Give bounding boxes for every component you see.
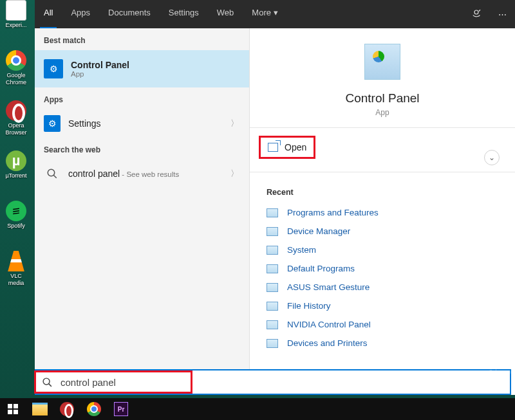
recent-item[interactable]: Devices and Printers (267, 334, 505, 352)
result-title: control panel (68, 169, 120, 179)
result-settings[interactable]: Settings 〉 (35, 109, 249, 138)
search-box[interactable] (35, 369, 511, 395)
result-preview: Control Panel App Open ⌄ Recent Programs… (250, 28, 515, 395)
panel-item-icon (267, 208, 278, 217)
svg-point-1 (48, 169, 55, 176)
recent-item[interactable]: Device Manager (267, 222, 505, 241)
panel-item-icon (267, 264, 278, 273)
svg-line-4 (48, 383, 51, 386)
chevron-down-icon: ▾ (274, 8, 278, 17)
desktop-icon-utorrent[interactable]: µTorrent (3, 151, 30, 188)
result-title: Control Panel (71, 60, 240, 70)
recent-header: Recent (267, 184, 505, 203)
recent-item[interactable]: NVIDIA Control Panel (267, 315, 505, 334)
recent-item[interactable]: System (267, 241, 505, 259)
tab-all[interactable]: All (35, 0, 62, 28)
taskbar-premiere[interactable]: Pr (112, 400, 130, 418)
start-button[interactable] (4, 400, 22, 418)
open-icon (268, 143, 278, 152)
search-icon (36, 377, 58, 388)
opera-icon (60, 402, 74, 416)
premiere-icon: Pr (114, 402, 128, 416)
taskbar: Pr (0, 398, 515, 420)
search-scope-tabs: All Apps Documents Settings Web More ▾ ⋯ (35, 0, 515, 28)
result-title: Settings (68, 118, 228, 129)
desktop-icon-vlc[interactable]: VLC media player (3, 251, 30, 288)
feedback-icon[interactable] (464, 0, 489, 28)
recent-item[interactable]: ASUS Smart Gesture (267, 278, 505, 297)
more-options-icon[interactable]: ⋯ (489, 0, 515, 28)
desktop-icon-spotify[interactable]: Spotify (3, 201, 30, 238)
panel-item-icon (267, 246, 278, 255)
best-match-header: Best match (35, 28, 249, 50)
preview-subtitle: App (250, 108, 515, 117)
results-list: Best match Control Panel App Apps Settin… (35, 28, 250, 395)
preview-title: Control Panel (250, 91, 515, 105)
taskbar-opera[interactable] (58, 400, 76, 418)
open-button[interactable]: Open (260, 137, 314, 158)
file-explorer-icon (32, 403, 48, 415)
recent-item[interactable]: Default Programs (267, 259, 505, 278)
control-panel-icon (364, 44, 400, 80)
search-input[interactable] (58, 372, 191, 392)
svg-line-2 (53, 175, 57, 178)
desktop-icon-chrome[interactable]: Google Chrome (3, 50, 30, 87)
tab-settings[interactable]: Settings (160, 0, 208, 28)
panel-item-icon (267, 339, 278, 348)
tab-apps[interactable]: Apps (62, 0, 99, 28)
svg-rect-5 (8, 404, 12, 408)
search-panel: Best match Control Panel App Apps Settin… (35, 28, 515, 395)
panel-item-icon (267, 227, 278, 236)
desktop-icons: Experi... Google Chrome Opera Browser µT… (3, 0, 33, 288)
watermark: w3zh.com (485, 369, 511, 375)
tab-web[interactable]: Web (208, 0, 243, 28)
result-best-control-panel[interactable]: Control Panel App (35, 50, 249, 87)
gear-icon (44, 115, 61, 132)
recent-item[interactable]: File History (267, 297, 505, 315)
taskbar-chrome[interactable] (85, 400, 103, 418)
svg-rect-6 (14, 404, 18, 408)
divider (250, 172, 515, 172)
recent-item[interactable]: Programs and Features (267, 203, 505, 222)
svg-rect-7 (8, 410, 12, 414)
panel-item-icon (267, 283, 278, 292)
control-panel-icon (44, 59, 63, 78)
taskbar-explorer[interactable] (31, 400, 49, 418)
result-subtitle: App (71, 70, 240, 78)
chevron-right-icon: 〉 (228, 118, 241, 129)
result-subtitle: - See web results (120, 170, 179, 178)
svg-point-3 (43, 378, 50, 385)
panel-item-icon (267, 320, 278, 329)
search-web-header: Search the web (35, 138, 249, 160)
desktop-icon-experiment[interactable]: Experi... (3, 0, 30, 37)
search-icon (44, 165, 61, 182)
chevron-right-icon: 〉 (228, 168, 241, 179)
panel-item-icon (267, 302, 278, 311)
svg-rect-8 (14, 410, 18, 414)
tab-documents[interactable]: Documents (99, 0, 160, 28)
tab-more[interactable]: More ▾ (243, 0, 286, 28)
open-label: Open (285, 142, 306, 152)
result-web-search[interactable]: control panel - See web results 〉 (35, 160, 249, 188)
apps-header: Apps (35, 87, 249, 109)
desktop-icon-opera[interactable]: Opera Browser (3, 100, 30, 138)
expand-chevron-icon[interactable]: ⌄ (484, 150, 500, 165)
svg-point-0 (474, 10, 478, 14)
chrome-icon (87, 402, 101, 416)
